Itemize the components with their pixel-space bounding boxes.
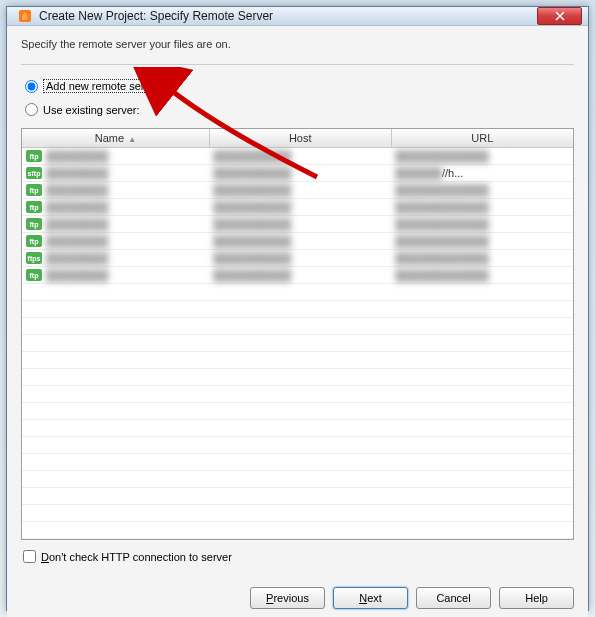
empty-row <box>22 284 573 301</box>
ftp-icon: ftp <box>26 235 42 247</box>
previous-button[interactable]: Previous <box>250 587 325 609</box>
divider <box>21 64 574 65</box>
titlebar[interactable]: Create New Project: Specify Remote Serve… <box>7 7 588 26</box>
ftp-icon: ftp <box>26 218 42 230</box>
column-header-url[interactable]: URL <box>391 129 573 148</box>
dialog-title: Create New Project: Specify Remote Serve… <box>39 9 537 23</box>
radio-use-existing-label: Use existing server: <box>43 104 140 116</box>
radio-use-existing-input[interactable] <box>25 103 38 116</box>
empty-row <box>22 369 573 386</box>
empty-row <box>22 420 573 437</box>
column-header-name[interactable]: Name▲ <box>22 129 209 148</box>
dialog-content: Specify the remote server your files are… <box>7 26 588 577</box>
sftp-icon: sftp <box>26 167 42 179</box>
server-table: Name▲ Host URL ftp██████████████████████… <box>22 129 573 539</box>
empty-row <box>22 454 573 471</box>
ftp-icon: ftp <box>26 150 42 162</box>
radio-add-new-label: Add new remote server <box>43 79 163 93</box>
empty-row <box>22 522 573 539</box>
table-row[interactable]: ftp██████████████████████████████ <box>22 148 573 165</box>
table-row[interactable]: ftp██████████████████████████████ <box>22 233 573 250</box>
app-icon <box>17 8 33 24</box>
ftps-icon: ftps <box>26 252 42 264</box>
help-button[interactable]: Help <box>499 587 574 609</box>
button-bar: Previous Next Cancel Help <box>7 577 588 617</box>
radio-option-add-new[interactable]: Add new remote server <box>25 79 574 93</box>
sort-indicator-icon: ▲ <box>128 135 136 144</box>
checkbox-dont-check-http-input[interactable] <box>23 550 36 563</box>
ftp-icon: ftp <box>26 184 42 196</box>
radio-option-use-existing[interactable]: Use existing server: <box>25 103 574 116</box>
close-button[interactable] <box>537 7 582 25</box>
table-row[interactable]: ftp██████████████████████████████ <box>22 216 573 233</box>
column-header-host[interactable]: Host <box>209 129 391 148</box>
table-row[interactable]: ftp██████████████████████████████ <box>22 199 573 216</box>
empty-row <box>22 488 573 505</box>
next-button[interactable]: Next <box>333 587 408 609</box>
empty-row <box>22 505 573 522</box>
empty-row <box>22 437 573 454</box>
empty-row <box>22 386 573 403</box>
radio-add-new-input[interactable] <box>25 80 38 93</box>
empty-row <box>22 335 573 352</box>
checkbox-dont-check-http[interactable]: Don't check HTTP connection to server <box>23 550 574 563</box>
empty-row <box>22 352 573 369</box>
empty-row <box>22 471 573 488</box>
table-row[interactable]: sftp████████████████████████//h... <box>22 165 573 182</box>
ftp-icon: ftp <box>26 269 42 281</box>
empty-row <box>22 301 573 318</box>
dialog-window: Create New Project: Specify Remote Serve… <box>6 6 589 611</box>
checkbox-dont-check-http-label: Don't check HTTP connection to server <box>41 551 232 563</box>
table-row[interactable]: ftp██████████████████████████████ <box>22 182 573 199</box>
table-row[interactable]: ftps██████████████████████████████ <box>22 250 573 267</box>
server-table-container: Name▲ Host URL ftp██████████████████████… <box>21 128 574 540</box>
cancel-button[interactable]: Cancel <box>416 587 491 609</box>
empty-row <box>22 403 573 420</box>
table-row[interactable]: ftp██████████████████████████████ <box>22 267 573 284</box>
instruction-text: Specify the remote server your files are… <box>21 38 574 50</box>
empty-row <box>22 318 573 335</box>
ftp-icon: ftp <box>26 201 42 213</box>
